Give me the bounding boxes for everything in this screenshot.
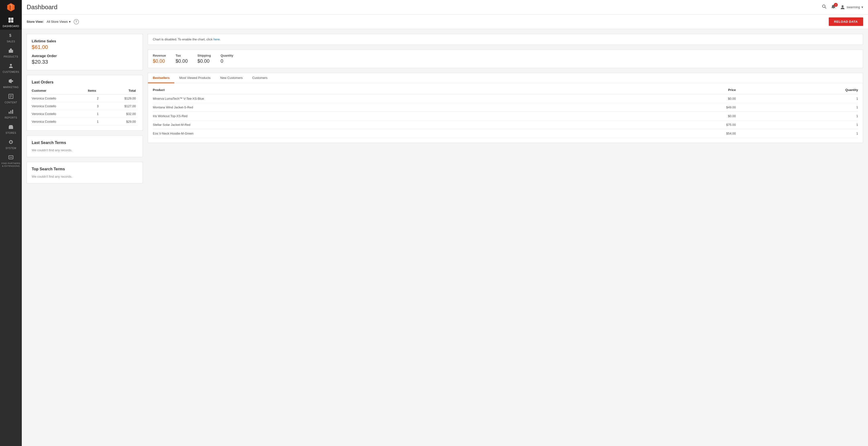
sidebar-item-label-reports: Reports xyxy=(5,117,17,119)
sidebar-item-label-sales: Sales xyxy=(7,40,15,43)
revenue-stats: Revenue $0.00 Tax $0.00 Shipping $0.00 Q… xyxy=(148,50,863,68)
svg-point-23 xyxy=(10,157,11,158)
tabs-header: Bestsellers Most Viewed Products New Cus… xyxy=(148,73,863,83)
header-actions: 4 swarming ▾ xyxy=(822,4,863,10)
dashboard-body: Lifetime Sales $61.00 Average Order $20.… xyxy=(22,29,868,446)
right-panel: Chart is disabled. To enable the chart, … xyxy=(148,34,863,441)
notification-count: 4 xyxy=(834,3,838,7)
orders-table: Customer Items Total Veronica Costello 2… xyxy=(32,88,138,126)
sidebar-item-system[interactable]: System xyxy=(0,136,22,152)
tab-most-viewed[interactable]: Most Viewed Products xyxy=(174,73,215,83)
svg-rect-12 xyxy=(11,81,13,82)
table-row[interactable]: Stellar Solar Jacket-M-Red $75.00 1 xyxy=(153,121,858,129)
user-chevron: ▾ xyxy=(862,5,863,9)
order-items: 1 xyxy=(88,110,110,118)
svg-text:$: $ xyxy=(9,33,11,37)
revenue-label: Revenue xyxy=(153,54,166,57)
product-price: $54.00 xyxy=(644,129,736,138)
tab-content-bestsellers: Product Price Quantity Minerva LumaTech™… xyxy=(148,83,863,143)
tab-new-customers[interactable]: New Customers xyxy=(216,73,247,83)
svg-rect-7 xyxy=(11,20,13,23)
sidebar-item-label-stores: Stores xyxy=(6,132,16,134)
order-customer: Veronica Costello xyxy=(32,102,88,110)
last-orders-section: Last Orders Customer Items Total Veronic… xyxy=(27,75,143,131)
user-name: swarming xyxy=(846,5,860,9)
store-view-select[interactable]: All Store Views ▾ xyxy=(47,20,71,24)
products-col-price: Price xyxy=(644,88,736,94)
products-table: Product Price Quantity Minerva LumaTech™… xyxy=(153,88,858,138)
product-price: $0.00 xyxy=(644,94,736,103)
order-items: 1 xyxy=(88,118,110,126)
sidebar-item-reports[interactable]: Reports xyxy=(0,106,22,121)
tab-customers[interactable]: Customers xyxy=(247,73,272,83)
table-row[interactable]: Veronica Costello 3 $127.00 xyxy=(32,102,138,110)
svg-point-10 xyxy=(10,64,12,66)
shipping-value: $0.00 xyxy=(197,58,211,64)
chart-here-link[interactable]: here xyxy=(214,37,220,41)
svg-rect-5 xyxy=(11,18,13,20)
order-total: $127.00 xyxy=(110,102,138,110)
magento-logo-icon xyxy=(6,3,16,12)
sidebar-item-stores[interactable]: Stores xyxy=(0,121,22,136)
svg-rect-19 xyxy=(12,109,13,114)
table-row[interactable]: Veronica Costello 1 $29.00 xyxy=(32,118,138,126)
product-price: $75.00 xyxy=(644,121,736,129)
sidebar-item-label-customers: Customers xyxy=(3,71,19,73)
chart-disabled-suffix: . xyxy=(220,37,221,41)
top-search-terms-title: Top Search Terms xyxy=(32,167,138,171)
notification-bell[interactable]: 4 xyxy=(831,4,836,10)
user-menu[interactable]: swarming ▾ xyxy=(840,5,863,10)
table-row[interactable]: Minerva LumaTech™ V-Tee-XS-Blue $0.00 1 xyxy=(153,94,858,103)
order-total: $129.00 xyxy=(110,95,138,102)
tax-value: $0.00 xyxy=(176,58,188,64)
products-col-quantity: Quantity xyxy=(736,88,858,94)
chart-disabled-bar: Chart is disabled. To enable the chart, … xyxy=(148,34,863,45)
table-row[interactable]: Montana Wind Jacket-S-Red $49.00 1 xyxy=(153,103,858,112)
reload-data-button[interactable]: Reload Data xyxy=(829,18,863,26)
last-search-terms-section: Last Search Terms We couldn't find any r… xyxy=(27,135,143,157)
sidebar-item-dashboard[interactable]: Dashboard xyxy=(0,14,22,30)
table-row[interactable]: Veronica Costello 2 $129.00 xyxy=(32,95,138,102)
sidebar-item-label-find-partners: Find Partners & Extensions xyxy=(1,162,21,167)
search-icon[interactable] xyxy=(822,4,827,10)
reports-icon xyxy=(8,109,13,116)
dashboard-icon xyxy=(8,18,13,24)
orders-col-items: Items xyxy=(88,88,110,95)
table-row[interactable]: Iris Workout Top-XS-Red $0.00 1 xyxy=(153,112,858,121)
find-partners-icon xyxy=(8,155,13,161)
product-quantity: 1 xyxy=(736,103,858,112)
sidebar-item-find-partners[interactable]: Find Partners & Extensions xyxy=(0,152,22,169)
product-quantity: 1 xyxy=(736,94,858,103)
product-price: $0.00 xyxy=(644,112,736,121)
svg-point-25 xyxy=(823,5,825,7)
tab-bestsellers[interactable]: Bestsellers xyxy=(148,73,174,83)
sidebar-item-content[interactable]: Content xyxy=(0,91,22,106)
product-name: Minerva LumaTech™ V-Tee-XS-Blue xyxy=(153,94,644,103)
sales-icon: $ xyxy=(8,33,13,39)
page-title: Dashboard xyxy=(27,3,57,11)
sidebar-item-sales[interactable]: $ Sales xyxy=(0,30,22,45)
top-search-terms-section: Top Search Terms We couldn't find any re… xyxy=(27,162,143,184)
sidebar-item-marketing[interactable]: Marketing xyxy=(0,75,22,91)
left-panel: Lifetime Sales $61.00 Average Order $20.… xyxy=(27,34,143,441)
product-name: Iris Workout Top-XS-Red xyxy=(153,112,644,121)
sidebar-item-label-dashboard: Dashboard xyxy=(3,25,19,28)
content-icon xyxy=(8,94,13,100)
lifetime-sales-value: $61.00 xyxy=(32,44,138,50)
sidebar-logo xyxy=(0,0,22,14)
table-row[interactable]: Veronica Costello 1 $32.00 xyxy=(32,110,138,118)
sidebar-item-label-marketing: Marketing xyxy=(3,86,19,89)
svg-rect-22 xyxy=(9,156,13,159)
header: Dashboard 4 swarming ▾ xyxy=(22,0,868,14)
last-search-terms-no-records: We couldn't find any records. xyxy=(32,148,138,152)
main-content: Dashboard 4 swarming ▾ Store View: All S… xyxy=(22,0,868,446)
average-order-label: Average Order xyxy=(32,54,138,58)
table-row[interactable]: Eos V-Neck Hoodie-M-Green $54.00 1 xyxy=(153,129,858,138)
shipping-item: Shipping $0.00 xyxy=(197,54,211,64)
sidebar-item-products[interactable]: Products xyxy=(0,45,22,60)
stats-section: Lifetime Sales $61.00 Average Order $20.… xyxy=(27,34,143,70)
help-icon[interactable]: ? xyxy=(73,19,79,25)
svg-rect-4 xyxy=(8,18,11,20)
svg-point-24 xyxy=(11,157,12,158)
sidebar-item-customers[interactable]: Customers xyxy=(0,60,22,75)
